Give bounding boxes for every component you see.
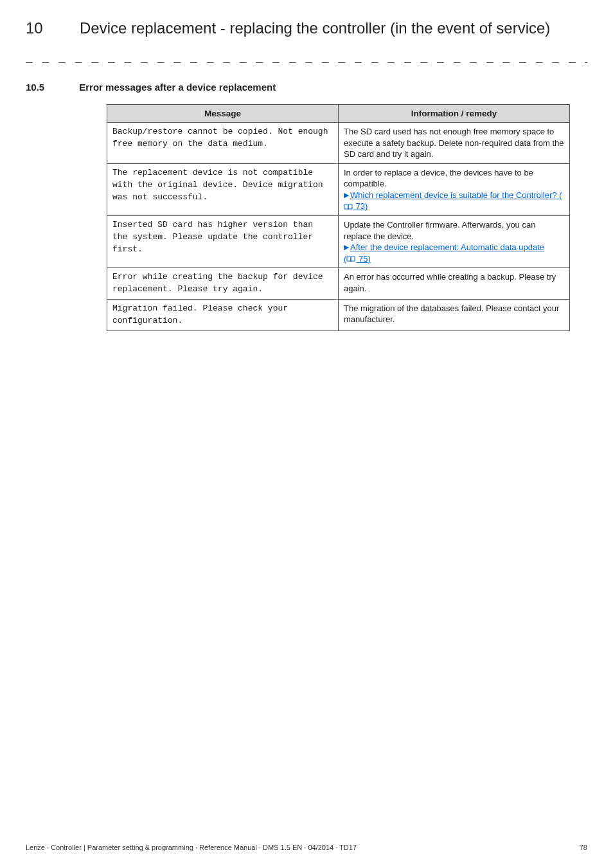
page-footer: Lenze · Controller | Parameter setting &… [26,844,587,851]
table-row: Error while creating the backup for devi… [107,268,570,300]
triangle-icon: ▶ [344,242,349,252]
table-header-row: Message Information / remedy [107,105,570,123]
cross-reference-link[interactable]: Which replacement device is suitable for… [344,190,562,212]
section-title: Error messages after a device replacemen… [79,82,276,93]
info-cell: An error has occurred while creating a b… [339,268,570,300]
chapter-header: 10 Device replacement - replacing the co… [26,18,587,38]
info-text: Update the Controller firmware. Afterwar… [344,220,535,241]
cross-reference-link[interactable]: After the device replacement: Automatic … [350,242,544,252]
chapter-number: 10 [26,18,64,37]
table-row: Migration failed. Please check your conf… [107,299,570,330]
section-header: 10.5 Error messages after a device repla… [26,82,587,93]
message-cell: The replacement device is not compatible… [107,163,339,215]
info-text: In order to replace a device, the device… [344,168,533,189]
info-cell: In order to replace a device, the device… [339,163,570,215]
table-row: Backup/restore cannot be copied. Not eno… [107,123,570,164]
triangle-icon: ▶ [344,190,349,200]
page-number: 78 [580,844,587,851]
section-number: 10.5 [26,82,44,93]
table-row: Inserted SD card has higher version than… [107,216,570,268]
info-cell: Update the Controller firmware. Afterwar… [339,216,570,268]
error-messages-table: Message Information / remedy Backup/rest… [107,104,570,330]
cross-reference-link-pageref[interactable]: ( 75) [344,254,371,264]
horizontal-dash-rule: _ _ _ _ _ _ _ _ _ _ _ _ _ _ _ _ _ _ _ _ … [26,52,587,65]
message-cell: Inserted SD card has higher version than… [107,216,339,268]
message-cell: Error while creating the backup for devi… [107,268,339,300]
message-cell: Backup/restore cannot be copied. Not eno… [107,123,339,164]
message-cell: Migration failed. Please check your conf… [107,299,339,330]
table-row: The replacement device is not compatible… [107,163,570,215]
footer-left-text: Lenze · Controller | Parameter setting &… [26,844,357,851]
book-icon [344,204,353,210]
book-icon [346,256,355,262]
info-cell: The migration of the databases failed. P… [339,299,570,330]
info-cell: The SD card used has not enough free mem… [339,123,570,164]
chapter-title: Device replacement - replacing the contr… [80,18,550,38]
col-header-info: Information / remedy [339,105,570,123]
col-header-message: Message [107,105,339,123]
